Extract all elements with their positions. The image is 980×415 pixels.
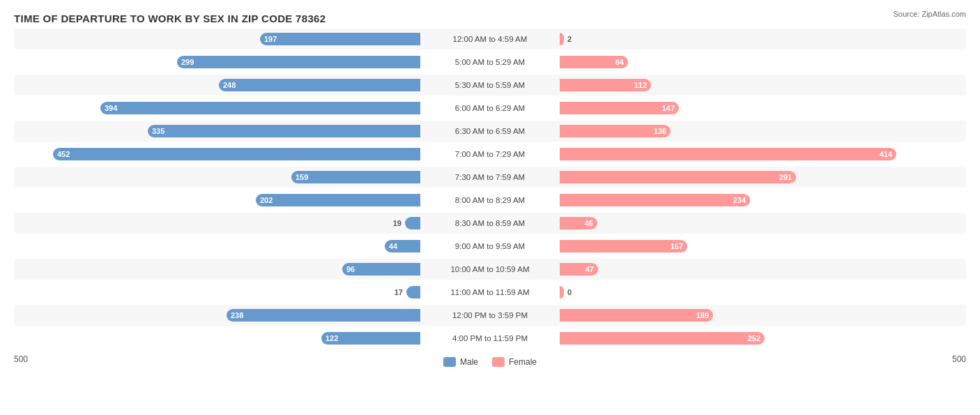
male-bar-section: 238	[14, 308, 420, 323]
female-bar-section: 157	[560, 239, 966, 254]
male-bar: 96	[342, 263, 420, 276]
table-row: 4527:00 AM to 7:29 AM414	[14, 144, 966, 165]
female-bar: 136	[560, 125, 671, 137]
table-row: 1597:30 AM to 7:59 AM291	[14, 167, 966, 188]
male-bar: 335	[148, 125, 420, 137]
male-bar: 197	[260, 33, 420, 45]
male-bar: 122	[321, 332, 420, 345]
female-bar-label: 147	[662, 104, 675, 112]
male-bar-label: 248	[223, 81, 236, 89]
female-bar-label: 157	[671, 242, 683, 250]
male-bar: 248	[219, 79, 420, 91]
male-bar-label: 44	[389, 242, 397, 250]
male-bar-label: 96	[346, 265, 355, 273]
legend-male-box	[443, 357, 456, 367]
time-label: 7:00 AM to 7:29 AM	[420, 150, 560, 158]
male-bar: 452	[53, 148, 420, 160]
source-label: Source: ZipAtlas.com	[893, 10, 966, 18]
male-bar	[405, 217, 420, 229]
male-bar-label: 452	[57, 150, 70, 158]
female-bar: 234	[560, 194, 750, 206]
table-row: 1224:00 PM to 11:59 PM252	[14, 328, 966, 349]
time-label: 4:00 PM to 11:59 PM	[420, 334, 560, 342]
female-bar-section: 2	[560, 31, 966, 47]
male-bar-label: 202	[260, 196, 273, 204]
table-row: 9610:00 AM to 10:59 AM47	[14, 259, 966, 280]
legend-female-box	[492, 357, 505, 367]
chart-title: TIME OF DEPARTURE TO WORK BY SEX IN ZIP …	[14, 13, 966, 24]
table-row: 198:30 AM to 8:59 AM46	[14, 213, 966, 234]
female-bar-label: 291	[779, 173, 792, 181]
legend-female-label: Female	[509, 357, 537, 367]
female-bar: 147	[560, 102, 679, 114]
male-bar-section: 44	[14, 239, 420, 254]
male-bar: 44	[385, 240, 420, 252]
table-row: 449:00 AM to 9:59 AM157	[14, 236, 966, 257]
male-bar-label: 19	[393, 219, 401, 227]
female-bar-label: 112	[634, 81, 647, 89]
female-bar-label: 189	[696, 311, 709, 319]
male-bar-section: 248	[14, 77, 420, 93]
male-bar: 299	[177, 56, 420, 68]
female-bar-section: 147	[560, 100, 966, 116]
table-row: 2028:00 AM to 8:29 AM234	[14, 190, 966, 211]
female-bar-section: 46	[560, 216, 966, 231]
male-bar-section: 202	[14, 193, 420, 208]
female-bar: 157	[560, 240, 687, 252]
male-bar: 202	[256, 194, 420, 206]
male-bar-section: 17	[14, 285, 420, 300]
time-label: 9:00 AM to 9:59 AM	[420, 242, 560, 250]
female-bar: 112	[560, 79, 651, 91]
male-bar-label: 238	[231, 311, 243, 319]
table-row: 2485:30 AM to 5:59 AM112	[14, 75, 966, 96]
legend-male: Male	[443, 357, 478, 367]
female-bar-section: 189	[560, 308, 966, 323]
female-bar-label: 84	[615, 58, 624, 66]
female-bar-label: 2	[567, 35, 572, 43]
time-label: 10:00 AM to 10:59 AM	[420, 265, 560, 273]
female-bar-label: 234	[733, 196, 746, 204]
male-bar-section: 122	[14, 331, 420, 346]
time-label: 5:30 AM to 5:59 AM	[420, 81, 560, 89]
time-label: 12:00 AM to 4:59 AM	[420, 35, 560, 43]
female-bar-label: 414	[880, 150, 892, 158]
female-bar: 84	[560, 56, 628, 68]
time-label: 12:00 PM to 3:59 PM	[420, 311, 560, 319]
table-row: 3356:30 AM to 6:59 AM136	[14, 121, 966, 142]
female-bar-section: 414	[560, 146, 966, 162]
chart-container: TIME OF DEPARTURE TO WORK BY SEX IN ZIP …	[0, 0, 980, 415]
male-bar-section: 335	[14, 123, 420, 139]
female-bar	[560, 286, 564, 299]
male-bar	[406, 286, 420, 299]
female-bar: 189	[560, 309, 713, 322]
axis-right-label: 500	[952, 354, 966, 367]
female-bar-section: 84	[560, 54, 966, 70]
male-bar-section: 197	[14, 31, 420, 47]
chart-area: 19712:00 AM to 4:59 AM22995:00 AM to 5:2…	[14, 29, 966, 349]
time-label: 8:00 AM to 8:29 AM	[420, 196, 560, 204]
male-bar-label: 17	[395, 288, 403, 296]
time-label: 5:00 AM to 5:29 AM	[420, 58, 560, 66]
male-bar-label: 394	[105, 104, 117, 112]
male-bar: 238	[227, 309, 420, 322]
female-bar: 252	[560, 332, 765, 345]
table-row: 1711:00 AM to 11:59 AM0	[14, 282, 966, 303]
female-bar-section: 112	[560, 77, 966, 93]
male-bar: 159	[291, 171, 420, 183]
male-bar-label: 197	[264, 35, 277, 43]
legend-male-label: Male	[460, 357, 478, 367]
female-bar-section: 291	[560, 169, 966, 185]
female-bar	[560, 33, 564, 45]
time-label: 6:30 AM to 6:59 AM	[420, 127, 560, 135]
table-row: 2995:00 AM to 5:29 AM84	[14, 52, 966, 73]
female-bar: 47	[560, 263, 598, 276]
legend-female: Female	[492, 357, 537, 367]
female-bar-section: 0	[560, 285, 966, 300]
female-bar: 414	[560, 148, 896, 160]
female-bar: 291	[560, 171, 796, 183]
female-bar: 46	[560, 217, 597, 229]
female-bar-section: 136	[560, 123, 966, 139]
female-bar-section: 252	[560, 331, 966, 346]
male-bar-label: 122	[326, 334, 338, 342]
time-label: 8:30 AM to 8:59 AM	[420, 219, 560, 227]
